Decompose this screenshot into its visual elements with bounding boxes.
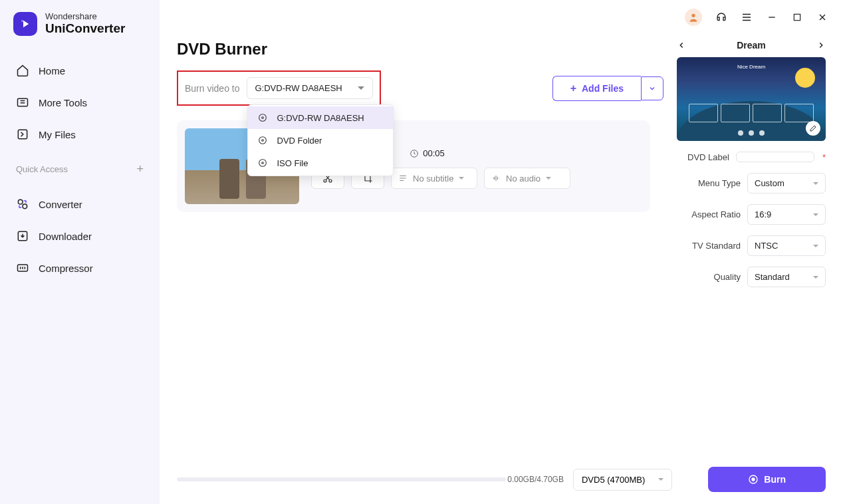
aspect-ratio-value: 16:9 [755,209,771,219]
svg-rect-1 [18,98,28,106]
menu-type-select[interactable]: Custom [747,173,826,193]
burn-target-box: Burn video to G:DVD-RW DA8AESH G:DVD-RW … [177,70,381,106]
capacity-text: 0.00GB/4.70GB [507,475,564,484]
sidebar: Wondershare UniConverter Home More Tools… [0,0,160,504]
svg-rect-8 [794,14,800,20]
caret-down-icon [813,213,818,216]
caret-down-icon [459,177,464,180]
app-logo: Wondershare UniConverter [0,12,160,49]
logo-icon [13,12,37,36]
audio-select[interactable]: No audio [484,168,570,189]
preview-dots [738,130,765,136]
add-files-label: Add Files [582,83,624,94]
maximize-icon[interactable] [791,11,803,23]
close-icon[interactable] [816,11,828,23]
moon-icon [795,68,815,88]
sidebar-item-downloader[interactable]: Downloader [0,220,160,252]
sidebar-item-converter[interactable]: Converter [0,188,160,220]
tv-standard-value: NTSC [755,241,778,251]
brand-bottom: UniConverter [45,22,125,36]
converter-icon [16,197,29,211]
quality-value: Standard [755,272,790,282]
svg-point-12 [261,140,263,142]
subtitle-value: No subtitle [413,174,453,184]
form-row-quality: Quality Standard [677,267,826,287]
burn-to-dropdown[interactable]: G:DVD-RW DA8AESH G:DVD-RW DA8AESH DVD Fo… [247,77,373,99]
svg-point-10 [261,117,263,119]
menu-type-label: Menu Type [698,178,741,188]
svg-point-4 [23,204,27,209]
caret-down-icon [813,276,818,279]
audio-value: No audio [506,174,541,184]
home-icon [16,64,29,77]
menu-type-value: Custom [755,178,784,188]
add-files-group: + Add Files [552,76,663,101]
sidebar-item-label: Downloader [39,231,92,242]
form-row-menu-type: Menu Type Custom [677,173,826,193]
dropdown-option-folder[interactable]: DVD Folder [248,129,393,152]
svg-point-19 [752,478,755,481]
tools-icon [16,96,29,109]
burn-to-dropdown-menu: G:DVD-RW DA8AESH DVD Folder ISO File [247,104,394,176]
main: DVD Burner Burn video to G:DVD-RW DA8AES… [160,0,843,504]
svg-point-7 [691,14,695,17]
aspect-ratio-select[interactable]: 16:9 [747,204,826,225]
sidebar-item-more-tools[interactable]: More Tools [0,86,160,118]
brand-top: Wondershare [45,12,125,21]
meta-duration: 00:05 [410,148,445,158]
subtitle-select[interactable]: No subtitle [391,168,477,189]
sidebar-item-label: Converter [39,199,82,210]
template-next[interactable] [816,41,826,50]
aspect-ratio-label: Aspect Ratio [691,209,741,219]
quick-access-add-icon[interactable]: + [136,162,144,176]
download-icon [16,229,29,243]
titlebar [160,0,843,27]
sidebar-item-label: Home [39,65,65,76]
add-files-button[interactable]: + Add Files [552,76,641,101]
form-row-dvd-label: DVD Label * [677,152,826,162]
support-icon[interactable] [715,11,727,23]
template-preview[interactable]: Nice Dream [677,57,826,141]
meta-duration-value: 00:05 [423,148,445,158]
burn-row: Burn video to G:DVD-RW DA8AESH G:DVD-RW … [177,70,663,106]
compressor-icon [16,261,29,275]
sidebar-item-label: My Files [39,129,76,140]
plus-icon: + [570,82,576,94]
disc-type-value: DVD5 (4700MB) [582,475,645,485]
form-row-tv-standard: TV Standard NTSC [677,235,826,256]
quality-select[interactable]: Standard [747,267,826,287]
disc-type-select[interactable]: DVD5 (4700MB) [573,469,672,491]
menu-icon[interactable] [741,11,753,23]
tv-standard-label: TV Standard [692,241,741,251]
svg-point-11 [259,137,266,144]
primary-nav: Home More Tools My Files [0,49,160,156]
sidebar-item-my-files[interactable]: My Files [0,118,160,150]
dvd-label-label: DVD Label [687,152,729,162]
dropdown-option-label: DVD Folder [277,136,322,146]
dropdown-option-iso[interactable]: ISO File [248,152,393,174]
sidebar-item-compressor[interactable]: Compressor [0,252,160,284]
template-name: Dream [737,40,766,51]
tv-standard-select[interactable]: NTSC [747,235,826,256]
edit-template-button[interactable] [806,121,820,136]
add-files-dropdown[interactable] [641,76,663,100]
preview-frames [689,104,814,122]
dropdown-option-label: G:DVD-RW DA8AESH [277,113,364,123]
quick-access-label: Quick Access [16,164,68,174]
quick-access-header: Quick Access + [0,156,160,183]
quick-access-nav: Converter Downloader Compressor [0,183,160,289]
sidebar-item-home[interactable]: Home [0,55,160,86]
footer: 0.00GB/4.70GB DVD5 (4700MB) Burn [160,457,843,504]
burn-button[interactable]: Burn [708,467,826,492]
dvd-label-input[interactable] [736,152,814,162]
dropdown-option-drive[interactable]: G:DVD-RW DA8AESH [248,106,393,129]
avatar[interactable] [685,9,702,26]
template-prev[interactable] [677,41,686,50]
svg-point-9 [259,114,266,122]
required-marker: * [822,152,826,162]
dropdown-option-label: ISO File [277,158,308,168]
form-row-aspect-ratio: Aspect Ratio 16:9 [677,204,826,225]
burn-button-label: Burn [764,474,786,485]
minimize-icon[interactable] [766,11,778,23]
burn-to-selected: G:DVD-RW DA8AESH [255,83,342,93]
